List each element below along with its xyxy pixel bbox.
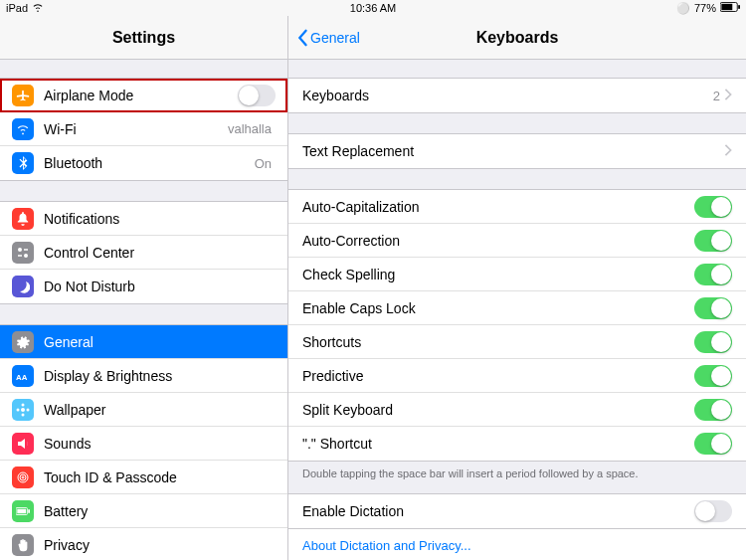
control-icon <box>12 242 34 264</box>
enable-dictation-row[interactable]: Enable Dictation <box>288 494 746 528</box>
battery-row[interactable]: Battery <box>0 494 287 528</box>
row-label: Airplane Mode <box>44 88 238 103</box>
svg-point-12 <box>20 474 26 480</box>
toggle-switch[interactable] <box>694 196 732 218</box>
clock: 10:36 AM <box>350 2 396 14</box>
enable-caps-lock-row[interactable]: Enable Caps Lock <box>288 291 746 325</box>
airplane-mode-row[interactable]: Airplane Mode <box>0 79 287 112</box>
check-spelling-row[interactable]: Check Spelling <box>288 258 746 291</box>
toggle-switch[interactable] <box>694 365 732 387</box>
settings-sidebar: Settings Airplane ModeWi-FivalhallaBluet… <box>0 16 288 560</box>
toggle-switch[interactable] <box>694 264 732 285</box>
row-label: Split Keyboard <box>302 402 694 418</box>
toggle-switch[interactable] <box>694 331 732 353</box>
notifications-row[interactable]: Notifications <box>0 202 287 236</box>
auto-capitalization-row[interactable]: Auto-Capitalization <box>288 190 746 224</box>
footer-note: Double tapping the space bar will insert… <box>288 462 746 485</box>
svg-point-3 <box>18 248 22 252</box>
toggle-switch[interactable] <box>694 297 732 319</box>
toggle-switch[interactable] <box>238 85 276 106</box>
bluetooth-icon <box>12 152 34 174</box>
privacy-row[interactable]: Privacy <box>0 528 287 560</box>
row-label: Enable Caps Lock <box>302 300 694 316</box>
svg-rect-1 <box>721 4 732 10</box>
row-label: Predictive <box>302 368 694 384</box>
row-label: Wi-Fi <box>44 121 228 137</box>
display-brightness-row[interactable]: AADisplay & Brightness <box>0 359 287 393</box>
row-label: Notifications <box>44 211 276 227</box>
shortcuts-row[interactable]: Shortcuts <box>288 325 746 359</box>
battery-icon <box>12 500 34 522</box>
wallpaper-row[interactable]: Wallpaper <box>0 393 287 427</box>
row-value: 2 <box>713 89 720 103</box>
bluetooth-row[interactable]: BluetoothOn <box>0 146 287 180</box>
svg-text:AA: AA <box>16 372 28 381</box>
auto-correction-row[interactable]: Auto-Correction <box>288 224 746 258</box>
row-label: Battery <box>44 503 276 519</box>
device-label: iPad <box>6 2 28 14</box>
back-button[interactable]: General <box>296 29 360 47</box>
predictive-row[interactable]: Predictive <box>288 359 746 393</box>
sounds-row[interactable]: Sounds <box>0 427 287 461</box>
aa-icon: AA <box>12 365 34 387</box>
svg-rect-2 <box>738 5 740 9</box>
row-label: Touch ID & Passcode <box>44 469 276 485</box>
row-label: Control Center <box>44 245 276 261</box>
control-center-row[interactable]: Control Center <box>0 236 287 270</box>
row-label: General <box>44 334 276 350</box>
row-label: Text Replacement <box>302 143 724 159</box>
row-value: valhalla <box>228 121 272 136</box>
text-replacement-row[interactable]: Text Replacement <box>288 134 746 168</box>
back-label: General <box>310 30 360 46</box>
battery-icon <box>720 2 740 14</box>
row-label: Check Spelling <box>302 267 694 282</box>
toggle-switch[interactable] <box>694 230 732 252</box>
svg-point-13 <box>22 476 24 478</box>
flower-icon <box>12 399 34 421</box>
row-label: Do Not Disturb <box>44 279 276 294</box>
keyboards-row[interactable]: Keyboards2 <box>288 79 746 112</box>
toggle-switch[interactable] <box>694 500 732 522</box>
svg-rect-15 <box>17 508 26 512</box>
toggle-switch[interactable] <box>694 433 732 455</box>
moon-icon <box>12 276 34 297</box>
detail-header: General Keyboards <box>288 16 746 60</box>
status-bar: iPad 10:36 AM ⚪77% <box>0 0 746 16</box>
svg-point-9 <box>17 408 20 411</box>
row-label: Sounds <box>44 436 276 452</box>
row-label: Keyboards <box>302 88 713 103</box>
sidebar-title: Settings <box>0 16 287 60</box>
split-keyboard-row[interactable]: Split Keyboard <box>288 393 746 427</box>
row-label: Display & Brightness <box>44 368 276 384</box>
svg-point-10 <box>27 408 30 411</box>
general-row[interactable]: General <box>0 325 287 359</box>
row-label: Auto-Correction <box>302 233 694 249</box>
row-label: "." Shortcut <box>302 436 694 452</box>
row-label: Auto-Capitalization <box>302 199 694 215</box>
detail-pane: General Keyboards Keyboards2 Text Replac… <box>288 16 746 560</box>
chevron-icon <box>724 88 732 103</box>
detail-title: Keyboards <box>476 29 559 47</box>
dictation-privacy-link[interactable]: About Dictation and Privacy... <box>288 529 746 560</box>
wifi-icon <box>12 118 34 140</box>
airplane-icon <box>12 85 34 106</box>
row-label: Privacy <box>44 537 276 553</box>
row-label: Wallpaper <box>44 402 276 418</box>
gear-icon <box>12 331 34 353</box>
battery-percent: 77% <box>694 2 716 14</box>
toggle-switch[interactable] <box>694 399 732 421</box>
touch-id-passcode-row[interactable]: Touch ID & Passcode <box>0 461 287 494</box>
row-label: Shortcuts <box>302 334 694 350</box>
speaker-icon <box>12 433 34 455</box>
svg-rect-16 <box>28 509 30 513</box>
svg-point-4 <box>24 254 28 258</box>
chevron-icon <box>724 143 732 159</box>
hand-icon <box>12 534 34 556</box>
-shortcut-row[interactable]: "." Shortcut <box>288 427 746 461</box>
do-not-disturb-row[interactable]: Do Not Disturb <box>0 270 287 303</box>
finger-icon <box>12 467 34 488</box>
row-label: Enable Dictation <box>302 503 694 519</box>
svg-point-8 <box>22 413 25 416</box>
wi-fi-row[interactable]: Wi-Fivalhalla <box>0 112 287 146</box>
svg-point-6 <box>21 408 25 412</box>
